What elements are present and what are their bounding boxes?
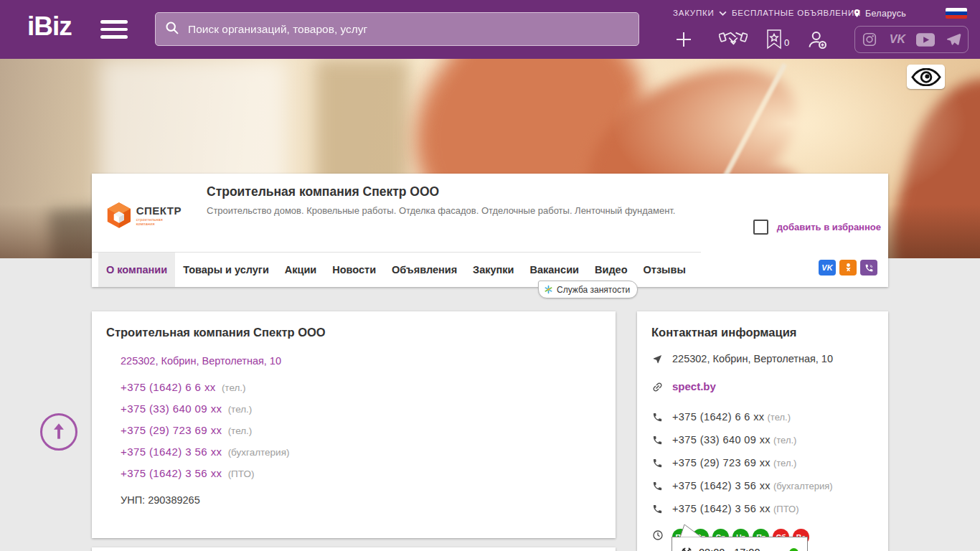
telegram-icon[interactable]: [943, 29, 964, 50]
accessibility-eye-button[interactable]: [907, 65, 945, 89]
viber-icon[interactable]: [860, 260, 877, 276]
favorites-button[interactable]: [762, 27, 786, 52]
nav-free-ads-label: БЕСПЛАТНЫЕ ОБЪЯВЛЕНИЯ: [732, 9, 861, 17]
phone-link[interactable]: +375 (29) 723 69 xx: [121, 424, 222, 436]
about-company-card: Строительная компания Спектр ООО 225302,…: [92, 311, 616, 538]
phone-icon: [651, 458, 664, 471]
chevron-down-icon: [719, 11, 727, 16]
navigate-arrow-icon: [651, 354, 664, 367]
phone-row: +375 (1642) 3 56 xx (ПТО): [121, 467, 601, 479]
clock-icon: [651, 529, 664, 543]
company-website-link[interactable]: spect.by: [672, 380, 716, 392]
tab-reviews[interactable]: Отзывы: [636, 253, 694, 287]
back-to-top-button[interactable]: [40, 413, 77, 451]
top-header: iBiz ЗАКУПКИ БЕСПЛАТНЫЕ ОБЪЯВЛЕНИЯ Белар…: [0, 0, 980, 59]
phone-icon: [651, 481, 664, 494]
company-header-card: СПЕКТР строительная компания Строительна…: [92, 174, 888, 287]
vk-icon[interactable]: VK: [887, 29, 908, 50]
search-bar: [155, 12, 639, 46]
signup-button[interactable]: [805, 27, 829, 52]
tab-news[interactable]: Новости: [324, 253, 384, 287]
search-input[interactable]: [187, 22, 630, 37]
company-address-link[interactable]: 225302, Кобрин, Вертолетная, 10: [121, 355, 601, 367]
instagram-icon[interactable]: [859, 29, 880, 50]
nav-free-ads[interactable]: БЕСПЛАТНЫЕ ОБЪЯВЛЕНИЯ: [732, 9, 861, 17]
logo-subtitle: строительная компания: [136, 217, 182, 226]
contact-website-row: spect.by: [651, 380, 874, 395]
phone-row: +375 (1642) 3 56 xx(ПТО): [651, 503, 874, 517]
employment-service-icon: [544, 285, 553, 294]
tooltip-pointer: [680, 524, 703, 537]
phone-link[interactable]: +375 (1642) 6 6 xx: [121, 381, 216, 393]
tab-products[interactable]: Товары и услуги: [175, 253, 277, 287]
menu-icon[interactable]: [100, 20, 128, 39]
employment-service-badge[interactable]: Служба занятости: [538, 281, 638, 298]
phone-link[interactable]: +375 (29) 723 69 xx: [672, 457, 771, 468]
user-add-icon: [806, 29, 828, 50]
arrow-up-icon: [50, 421, 68, 443]
phone-link[interactable]: +375 (1642) 3 56 xx: [672, 480, 771, 491]
phone-row: +375 (1642) 3 56 xx (бухгалтерия): [121, 446, 601, 458]
phone-row: +375 (33) 640 09 xx (тел.): [121, 402, 601, 415]
favorite-checkbox[interactable]: [753, 220, 768, 235]
tools-icon: [681, 547, 692, 551]
add-company-button[interactable]: [672, 27, 696, 52]
phone-icon: [651, 412, 664, 425]
logo-name: СПЕКТР: [136, 204, 182, 217]
phone-icon: [651, 435, 664, 448]
phone-note: (бухгалтерия): [228, 447, 290, 458]
phone-note: (ПТО): [773, 504, 798, 514]
social-links-box: VK: [854, 26, 969, 53]
phone-link[interactable]: +375 (1642) 3 56 xx: [121, 467, 222, 479]
tab-ads[interactable]: Объявления: [384, 253, 465, 287]
phone-note: (тел.): [228, 404, 253, 415]
phone-link[interactable]: +375 (1642) 3 56 xx: [121, 446, 222, 458]
contact-address-row: 225302, Кобрин, Вертолетная, 10: [651, 353, 874, 367]
phone-row: +375 (1642) 6 6 xx (тел.): [121, 381, 601, 393]
handshake-icon: [719, 29, 748, 50]
company-logo[interactable]: СПЕКТР строительная компания: [106, 181, 182, 249]
phone-icon: [651, 504, 664, 517]
tab-about[interactable]: О компании: [98, 253, 175, 287]
favorite-label: добавить в избранное: [777, 222, 881, 232]
phone-link[interactable]: +375 (1642) 6 6 xx: [672, 411, 765, 423]
working-hours: 08:00 - 17:00: [699, 547, 760, 551]
phone-row: +375 (1642) 6 6 xx(тел.): [651, 411, 874, 425]
contact-title: Контактная информация: [651, 326, 874, 339]
nav-zakupki-label: ЗАКУПКИ: [673, 9, 715, 17]
add-to-favorites[interactable]: добавить в избранное: [753, 220, 881, 235]
tab-purchases[interactable]: Закупки: [465, 253, 522, 287]
site-logo[interactable]: iBiz: [27, 11, 72, 42]
phone-row: +375 (1642) 3 56 xx(бухгалтерия): [651, 480, 874, 494]
phone-row: +375 (29) 723 69 xx (тел.): [121, 424, 601, 436]
spektr-logo-icon: [106, 199, 132, 232]
nav-zakupki[interactable]: ЗАКУПКИ: [673, 9, 727, 17]
phone-note: (тел.): [222, 382, 246, 393]
phone-link[interactable]: +375 (33) 640 09 xx: [672, 434, 771, 446]
partners-button[interactable]: [717, 27, 749, 52]
country-label: Беларусь: [865, 9, 906, 19]
youtube-icon[interactable]: [915, 29, 936, 50]
company-social-links: VK: [815, 260, 877, 276]
country-selector[interactable]: Беларусь: [852, 8, 906, 19]
phone-note: (ПТО): [228, 468, 255, 479]
flag-russia-icon[interactable]: [946, 8, 967, 19]
about-title: Строительная компания Спектр ООО: [106, 326, 601, 339]
phone-note: (тел.): [768, 412, 791, 423]
plus-icon: [673, 29, 694, 50]
tab-promos[interactable]: Акции: [277, 253, 324, 287]
search-icon: [164, 20, 179, 38]
vk-icon[interactable]: VK: [819, 260, 836, 276]
phone-row: +375 (33) 640 09 xx(тел.): [651, 434, 874, 448]
phone-link[interactable]: +375 (33) 640 09 xx: [121, 402, 222, 415]
open-status-dot: [789, 548, 798, 551]
phone-link[interactable]: +375 (1642) 3 56 xx: [672, 503, 771, 514]
working-hours-tooltip: 08:00 - 17:00: [672, 537, 808, 551]
company-unp: УНП: 290389265: [121, 494, 601, 506]
phone-note: (бухгалтерия): [773, 481, 833, 491]
contact-info-card: Контактная информация 225302, Кобрин, Ве…: [637, 311, 888, 551]
contact-address: 225302, Кобрин, Вертолетная, 10: [672, 353, 833, 364]
ok-icon[interactable]: [839, 260, 857, 276]
phone-row: +375 (29) 723 69 xx(тел.): [651, 457, 874, 471]
next-section-card-edge: [92, 547, 616, 551]
